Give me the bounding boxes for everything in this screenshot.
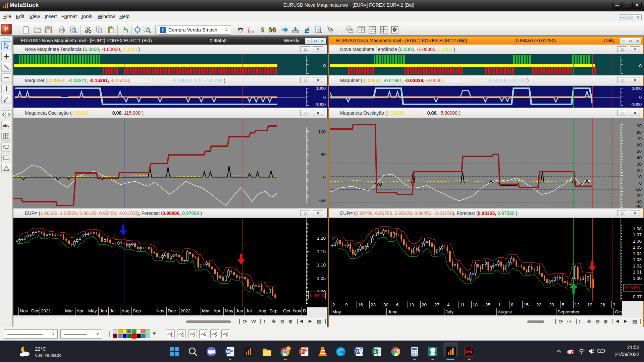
svg-text:40: 40 <box>637 155 642 160</box>
svg-text:$: $ <box>261 26 264 34</box>
svg-text:70: 70 <box>637 136 642 141</box>
svg-text:0: 0 <box>323 95 326 100</box>
svg-text:1000: 1000 <box>632 86 642 91</box>
svg-text:50: 50 <box>637 149 642 154</box>
svg-text:0: 0 <box>323 63 326 68</box>
svg-text:2: 2 <box>181 333 184 338</box>
svg-text:60: 60 <box>637 142 642 147</box>
svg-text:1.15: 1.15 <box>317 249 326 254</box>
svg-text:0: 0 <box>639 63 642 68</box>
svg-text:20: 20 <box>637 168 642 173</box>
svg-text:N: N <box>287 347 290 351</box>
svg-text:1.05: 1.05 <box>317 276 326 281</box>
svg-text:50: 50 <box>321 152 326 157</box>
svg-text:1.20: 1.20 <box>317 236 326 241</box>
svg-text:P: P <box>301 349 304 354</box>
svg-text:0: 0 <box>323 175 326 180</box>
svg-text:0.98450: 0.98450 <box>310 293 325 298</box>
svg-text:0.98450: 0.98450 <box>625 286 640 290</box>
svg-text:30: 30 <box>637 162 642 167</box>
svg-text:80: 80 <box>637 130 642 135</box>
svg-text:6: 6 <box>226 333 228 338</box>
svg-text:-10: -10 <box>635 187 642 192</box>
svg-text:X: X <box>373 349 376 354</box>
svg-text:1.03: 1.03 <box>633 257 642 262</box>
svg-text:1.05: 1.05 <box>633 245 642 250</box>
svg-text:0: 0 <box>639 181 642 186</box>
svg-text:90: 90 <box>637 123 642 128</box>
svg-text:?: ? <box>330 28 333 34</box>
svg-text:1.00: 1.00 <box>633 276 642 281</box>
svg-text:4: 4 <box>204 333 206 338</box>
svg-text:1.10: 1.10 <box>317 262 326 267</box>
svg-text:1.06: 1.06 <box>633 239 642 244</box>
svg-text:1.08: 1.08 <box>633 226 642 231</box>
svg-text:3: 3 <box>193 333 195 338</box>
svg-text:Pro: Pro <box>466 350 472 354</box>
svg-text:s: s <box>4 100 5 103</box>
svg-text:1.01: 1.01 <box>633 269 642 275</box>
svg-text:0.97: 0.97 <box>633 294 642 299</box>
svg-text:1.02: 1.02 <box>633 263 642 268</box>
svg-text:10: 10 <box>637 174 642 179</box>
svg-text:(x): (x) <box>250 30 254 33</box>
svg-text:-1000: -1000 <box>631 102 642 107</box>
svg-text:100: 100 <box>318 129 326 134</box>
svg-text:1: 1 <box>170 333 173 338</box>
svg-text:-20: -20 <box>635 193 642 198</box>
svg-text:1.07: 1.07 <box>633 232 642 237</box>
svg-text:V: V <box>355 349 358 354</box>
svg-text:W: W <box>226 349 230 354</box>
svg-text:0: 0 <box>639 95 642 100</box>
svg-text:-40: -40 <box>635 204 642 208</box>
svg-text:abc: abc <box>3 123 9 127</box>
svg-text:-50: -50 <box>319 198 326 203</box>
svg-text:1.04: 1.04 <box>633 251 642 256</box>
svg-text:5: 5 <box>215 333 217 338</box>
svg-text:1000: 1000 <box>316 86 326 91</box>
svg-text:-1000: -1000 <box>315 102 326 107</box>
